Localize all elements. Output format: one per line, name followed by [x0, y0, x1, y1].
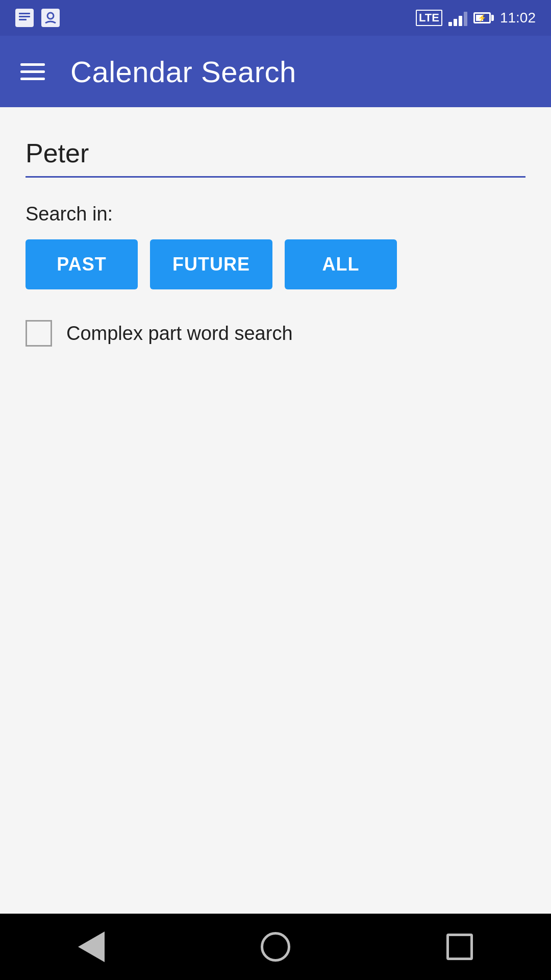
complex-search-row: Complex part word search [26, 320, 525, 347]
home-icon [261, 932, 290, 962]
svg-rect-3 [19, 19, 27, 20]
svg-rect-0 [15, 9, 34, 27]
search-container [26, 133, 525, 178]
status-bar-right: LTE ⚡ 11:02 [416, 10, 536, 26]
back-icon [78, 932, 105, 962]
all-button[interactable]: ALL [285, 239, 397, 289]
nav-home-button[interactable] [261, 932, 290, 962]
app-title: Calendar Search [70, 55, 296, 89]
past-button[interactable]: PAST [26, 239, 138, 289]
complex-search-checkbox[interactable] [26, 320, 52, 347]
app-bar: Calendar Search [0, 36, 551, 107]
nav-back-button[interactable] [78, 932, 105, 962]
status-time: 11:02 [500, 10, 536, 26]
svg-rect-2 [19, 16, 30, 17]
future-button[interactable]: FUTURE [150, 239, 272, 289]
complex-search-label: Complex part word search [66, 323, 293, 345]
battery-icon: ⚡ [473, 12, 494, 23]
notification-icon-1 [15, 9, 34, 27]
svg-rect-1 [19, 13, 30, 14]
signal-icon [448, 10, 467, 26]
main-content: Search in: PAST FUTURE ALL Complex part … [0, 107, 551, 914]
hamburger-menu-button[interactable] [20, 63, 45, 80]
search-scope-buttons: PAST FUTURE ALL [26, 239, 525, 289]
svg-rect-4 [41, 9, 60, 27]
search-input[interactable] [26, 133, 525, 178]
status-bar-left [15, 9, 60, 27]
search-in-label: Search in: [26, 203, 525, 225]
recent-icon [446, 934, 473, 960]
lte-indicator: LTE [416, 10, 442, 26]
notification-icon-2 [41, 9, 60, 27]
status-bar: LTE ⚡ 11:02 [0, 0, 551, 36]
nav-bar [0, 914, 551, 980]
nav-recent-button[interactable] [446, 934, 473, 960]
